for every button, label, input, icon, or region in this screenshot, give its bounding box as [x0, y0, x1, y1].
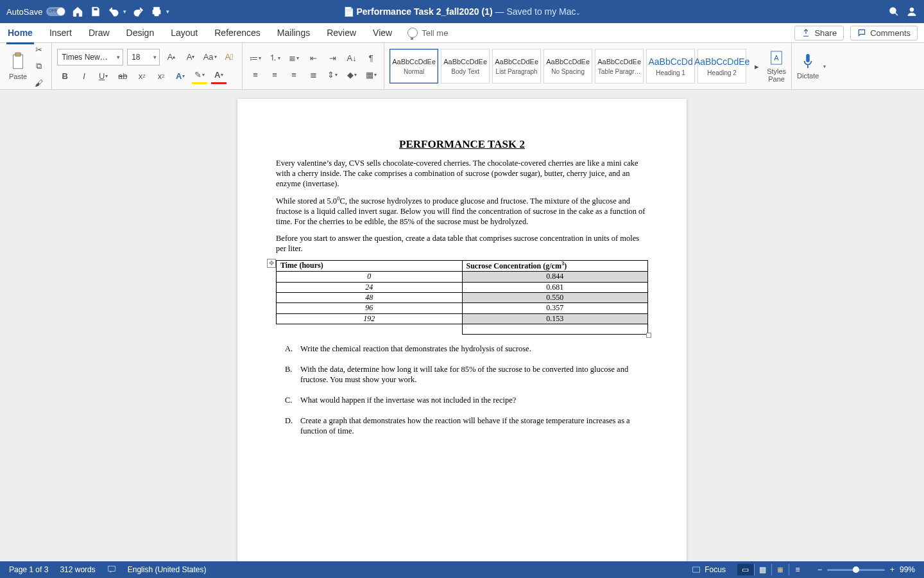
- draft-view-icon[interactable]: ≡: [789, 564, 806, 575]
- print-icon[interactable]: [151, 6, 162, 17]
- tab-review[interactable]: Review: [325, 25, 357, 40]
- change-case-icon[interactable]: Aa▾: [202, 50, 218, 64]
- clear-format-icon[interactable]: A⃠: [221, 50, 237, 64]
- style-sample: AaBbCcDdEe: [495, 58, 538, 66]
- tab-mailings[interactable]: Mailings: [276, 25, 311, 40]
- list-item: D.Create a graph that demonstrates how t…: [276, 416, 648, 436]
- tab-insert[interactable]: Insert: [48, 25, 73, 40]
- copy-icon[interactable]: ⧉: [31, 59, 46, 73]
- chevron-down-icon[interactable]: ▾: [823, 64, 826, 69]
- data-table[interactable]: Time (hours) Sucrose Concentration (g/cm…: [276, 260, 648, 335]
- strikethrough-icon[interactable]: ab: [115, 69, 130, 83]
- cell-conc: 0.844: [462, 272, 648, 282]
- tell-me-search[interactable]: Tell me: [407, 28, 448, 38]
- tab-references[interactable]: References: [213, 25, 262, 40]
- cut-icon[interactable]: ✂: [31, 42, 46, 57]
- italic-icon[interactable]: I: [76, 69, 92, 83]
- paste-button[interactable]: Paste: [9, 52, 27, 80]
- web-layout-view-icon[interactable]: ▦: [754, 564, 771, 575]
- dictate-button[interactable]: Dictate: [797, 53, 819, 80]
- autosave-toggle[interactable]: AutoSave OFF: [6, 7, 65, 17]
- group-clipboard: Paste ✂ ⧉ 🖌: [4, 43, 52, 89]
- bullets-icon[interactable]: ≔▾: [248, 51, 263, 65]
- table-row[interactable]: 240.681: [277, 282, 648, 292]
- status-words[interactable]: 312 words: [60, 565, 95, 574]
- decrease-font-icon[interactable]: A▾: [183, 50, 198, 64]
- zoom-in-icon[interactable]: +: [890, 565, 894, 574]
- format-painter-icon[interactable]: 🖌: [31, 76, 46, 90]
- font-color-icon[interactable]: A▾: [211, 68, 227, 84]
- highlight-icon[interactable]: ✎▾: [192, 68, 207, 84]
- undo-icon[interactable]: [108, 6, 119, 17]
- style-name: Heading 1: [656, 69, 685, 76]
- style-table-paragr-[interactable]: AaBbCcDdEeTable Paragr…: [595, 49, 644, 83]
- tab-design[interactable]: Design: [125, 25, 156, 40]
- borders-icon[interactable]: ▦▾: [363, 67, 379, 82]
- decrease-indent-icon[interactable]: ⇤: [305, 51, 321, 65]
- align-left-icon[interactable]: ≡: [248, 67, 263, 82]
- style-heading-2[interactable]: AaBbCcDdEeHeading 2: [697, 49, 746, 83]
- tab-home[interactable]: Home: [6, 25, 34, 40]
- style-no-spacing[interactable]: AaBbCcDdEeNo Spacing: [543, 49, 592, 83]
- search-icon[interactable]: [888, 6, 900, 17]
- style-body-text[interactable]: AaBbCcDdEeBody Text: [441, 49, 490, 83]
- qat-customize-icon[interactable]: ▾: [166, 8, 169, 15]
- increase-font-icon[interactable]: A▴: [164, 50, 179, 64]
- text-effects-icon[interactable]: A▾: [173, 69, 188, 83]
- shading-icon[interactable]: ◆▾: [344, 67, 359, 82]
- status-page[interactable]: Page 1 of 3: [9, 565, 48, 574]
- user-icon[interactable]: [906, 6, 918, 17]
- redo-icon[interactable]: [133, 6, 144, 17]
- question-text: With the data, determine how long it wil…: [300, 364, 648, 385]
- multilevel-list-icon[interactable]: ≣▾: [286, 51, 302, 65]
- chevron-down-icon[interactable]: ⌄: [576, 10, 581, 16]
- table-row[interactable]: 1920.153: [277, 313, 648, 324]
- table-row[interactable]: 960.357: [277, 303, 648, 313]
- increase-indent-icon[interactable]: ⇥: [325, 51, 340, 65]
- zoom-value[interactable]: 99%: [900, 565, 915, 574]
- document-canvas[interactable]: PERFORMANCE TASK 2 Every valentine’s day…: [0, 90, 924, 561]
- cell-conc: 0.357: [462, 303, 648, 313]
- styles-pane-button[interactable]: A Styles Pane: [767, 49, 786, 83]
- share-button[interactable]: Share: [794, 26, 844, 40]
- numbering-icon[interactable]: ⒈▾: [267, 51, 282, 65]
- font-size-combo[interactable]: 18 ▾: [127, 49, 160, 66]
- document-body[interactable]: PERFORMANCE TASK 2 Every valentine’s day…: [276, 137, 648, 436]
- table-move-handle-icon[interactable]: ✥: [267, 259, 276, 268]
- chevron-down-icon[interactable]: ▾: [123, 8, 126, 15]
- status-language[interactable]: English (United States): [128, 565, 207, 574]
- superscript-icon[interactable]: x2: [153, 69, 169, 83]
- comments-button[interactable]: Comments: [850, 26, 918, 40]
- zoom-out-icon[interactable]: −: [817, 565, 822, 574]
- align-right-icon[interactable]: ≡: [286, 67, 302, 82]
- cell-conc: 0.153: [462, 313, 648, 324]
- print-layout-view-icon[interactable]: ▭: [737, 564, 754, 575]
- style-normal[interactable]: AaBbCcDdEeNormal: [389, 49, 438, 83]
- zoom-slider[interactable]: [827, 569, 885, 571]
- bold-icon[interactable]: B: [57, 69, 73, 83]
- show-marks-icon[interactable]: ¶: [363, 51, 379, 65]
- toggle-off-icon: OFF: [46, 7, 65, 16]
- line-spacing-icon[interactable]: ⇕▾: [325, 67, 340, 82]
- sort-icon[interactable]: A↓: [344, 51, 359, 65]
- font-name-combo[interactable]: Times New… ▾: [57, 49, 123, 66]
- home-icon[interactable]: [72, 6, 83, 17]
- subscript-icon[interactable]: x2: [134, 69, 150, 83]
- styles-more-icon[interactable]: ▸: [749, 59, 764, 73]
- outline-view-icon[interactable]: ≣: [771, 564, 789, 575]
- paste-label: Paste: [9, 73, 27, 80]
- justify-icon[interactable]: ≣: [305, 67, 321, 82]
- focus-mode-button[interactable]: Focus: [692, 565, 726, 574]
- style-list-paragraph[interactable]: AaBbCcDdEeList Paragraph: [492, 49, 541, 83]
- align-center-icon[interactable]: ≡: [267, 67, 282, 82]
- table-row[interactable]: 480.550: [277, 292, 648, 302]
- tab-view[interactable]: View: [372, 25, 393, 40]
- save-icon[interactable]: [90, 6, 101, 17]
- tab-layout[interactable]: Layout: [169, 25, 199, 40]
- spellcheck-icon[interactable]: [107, 565, 116, 575]
- table-row[interactable]: 00.844: [277, 272, 648, 282]
- underline-icon[interactable]: U▾: [96, 69, 111, 83]
- tab-draw[interactable]: Draw: [87, 25, 111, 40]
- style-heading-1[interactable]: AaBbCcDdHeading 1: [646, 49, 695, 83]
- table-resize-handle-icon[interactable]: [646, 333, 651, 338]
